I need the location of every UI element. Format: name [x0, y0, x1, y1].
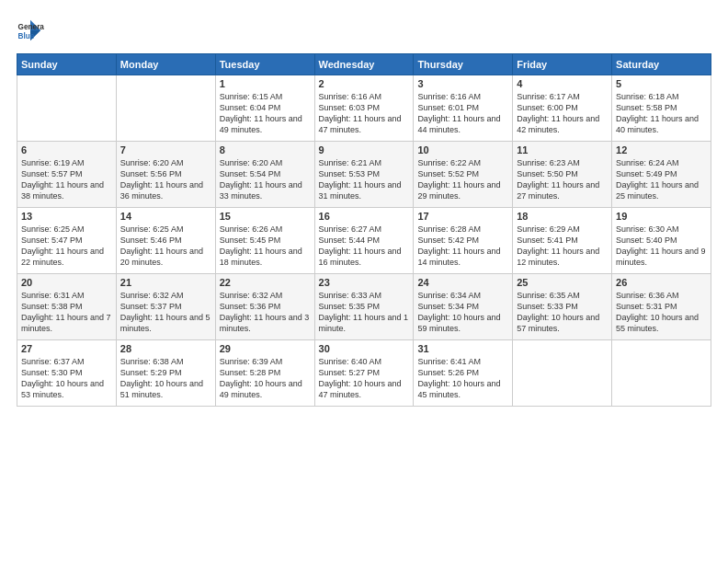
calendar-table: SundayMondayTuesdayWednesdayThursdayFrid… [17, 53, 711, 407]
day-number: 13 [21, 211, 112, 222]
calendar-cell: 14Sunrise: 6:25 AMSunset: 5:46 PMDayligh… [116, 208, 215, 274]
calendar-cell: 25Sunrise: 6:35 AMSunset: 5:33 PMDayligh… [513, 274, 612, 340]
day-info: Sunrise: 6:20 AMSunset: 5:56 PMDaylight:… [120, 157, 211, 202]
day-info: Sunrise: 6:32 AMSunset: 5:37 PMDaylight:… [120, 290, 211, 335]
svg-text:General: General [18, 23, 45, 31]
calendar-cell: 28Sunrise: 6:38 AMSunset: 5:29 PMDayligh… [116, 340, 215, 407]
calendar-cell: 20Sunrise: 6:31 AMSunset: 5:38 PMDayligh… [17, 274, 117, 340]
day-number: 16 [319, 211, 410, 222]
day-number: 25 [517, 277, 608, 288]
calendar-cell: 4Sunrise: 6:17 AMSunset: 6:00 PMDaylight… [513, 75, 612, 142]
day-info: Sunrise: 6:27 AMSunset: 5:44 PMDaylight:… [319, 224, 410, 269]
day-info: Sunrise: 6:18 AMSunset: 5:58 PMDaylight:… [616, 91, 707, 136]
day-info: Sunrise: 6:33 AMSunset: 5:35 PMDaylight:… [319, 290, 410, 335]
page: General Blue SundayMondayTuesdayWednesda… [0, 0, 728, 563]
day-info: Sunrise: 6:31 AMSunset: 5:38 PMDaylight:… [21, 290, 112, 335]
calendar-cell: 18Sunrise: 6:29 AMSunset: 5:41 PMDayligh… [513, 208, 612, 274]
day-number: 7 [120, 144, 211, 155]
calendar-cell: 10Sunrise: 6:22 AMSunset: 5:52 PMDayligh… [414, 142, 513, 208]
calendar-week-row: 27Sunrise: 6:37 AMSunset: 5:30 PMDayligh… [17, 340, 711, 407]
day-info: Sunrise: 6:24 AMSunset: 5:49 PMDaylight:… [616, 157, 707, 202]
calendar-cell: 31Sunrise: 6:41 AMSunset: 5:26 PMDayligh… [414, 340, 513, 407]
day-number: 18 [517, 211, 608, 222]
header: General Blue [17, 17, 711, 44]
calendar-week-row: 13Sunrise: 6:25 AMSunset: 5:47 PMDayligh… [17, 208, 711, 274]
header-row: SundayMondayTuesdayWednesdayThursdayFrid… [17, 54, 711, 75]
day-info: Sunrise: 6:36 AMSunset: 5:31 PMDaylight:… [616, 290, 707, 335]
day-number: 6 [21, 144, 112, 155]
weekday-header: Friday [513, 54, 612, 75]
day-number: 5 [616, 78, 707, 89]
calendar-cell [612, 340, 711, 407]
day-number: 11 [517, 144, 608, 155]
calendar-cell: 11Sunrise: 6:23 AMSunset: 5:50 PMDayligh… [513, 142, 612, 208]
weekday-header: Saturday [612, 54, 711, 75]
day-info: Sunrise: 6:19 AMSunset: 5:57 PMDaylight:… [21, 157, 112, 202]
weekday-header: Sunday [17, 54, 117, 75]
day-number: 4 [517, 78, 608, 89]
svg-text:Blue: Blue [18, 32, 35, 40]
day-number: 23 [319, 277, 410, 288]
day-number: 24 [417, 277, 508, 288]
calendar-cell: 15Sunrise: 6:26 AMSunset: 5:45 PMDayligh… [215, 208, 314, 274]
day-info: Sunrise: 6:37 AMSunset: 5:30 PMDaylight:… [21, 356, 112, 401]
day-number: 30 [319, 343, 410, 354]
weekday-header: Wednesday [314, 54, 414, 75]
calendar-cell: 21Sunrise: 6:32 AMSunset: 5:37 PMDayligh… [116, 274, 215, 340]
day-info: Sunrise: 6:40 AMSunset: 5:27 PMDaylight:… [319, 356, 410, 401]
day-number: 10 [417, 144, 508, 155]
day-info: Sunrise: 6:16 AMSunset: 6:03 PMDaylight:… [319, 91, 410, 136]
weekday-header: Tuesday [215, 54, 314, 75]
calendar-cell: 1Sunrise: 6:15 AMSunset: 6:04 PMDaylight… [215, 75, 314, 142]
calendar-cell: 22Sunrise: 6:32 AMSunset: 5:36 PMDayligh… [215, 274, 314, 340]
calendar-cell: 3Sunrise: 6:16 AMSunset: 6:01 PMDaylight… [414, 75, 513, 142]
day-info: Sunrise: 6:17 AMSunset: 6:00 PMDaylight:… [517, 91, 608, 136]
day-number: 3 [417, 78, 508, 89]
day-number: 28 [120, 343, 211, 354]
day-number: 20 [21, 277, 112, 288]
calendar-cell: 29Sunrise: 6:39 AMSunset: 5:28 PMDayligh… [215, 340, 314, 407]
day-info: Sunrise: 6:16 AMSunset: 6:01 PMDaylight:… [417, 91, 508, 136]
day-info: Sunrise: 6:39 AMSunset: 5:28 PMDaylight:… [220, 356, 311, 401]
day-info: Sunrise: 6:20 AMSunset: 5:54 PMDaylight:… [220, 157, 311, 202]
calendar-cell: 24Sunrise: 6:34 AMSunset: 5:34 PMDayligh… [414, 274, 513, 340]
calendar-cell: 5Sunrise: 6:18 AMSunset: 5:58 PMDaylight… [612, 75, 711, 142]
day-info: Sunrise: 6:30 AMSunset: 5:40 PMDaylight:… [616, 224, 707, 269]
calendar-cell: 8Sunrise: 6:20 AMSunset: 5:54 PMDaylight… [215, 142, 314, 208]
day-number: 21 [120, 277, 211, 288]
day-number: 17 [417, 211, 508, 222]
day-info: Sunrise: 6:23 AMSunset: 5:50 PMDaylight:… [517, 157, 608, 202]
day-info: Sunrise: 6:38 AMSunset: 5:29 PMDaylight:… [120, 356, 211, 401]
calendar-cell: 30Sunrise: 6:40 AMSunset: 5:27 PMDayligh… [314, 340, 414, 407]
day-number: 19 [616, 211, 707, 222]
calendar-cell: 6Sunrise: 6:19 AMSunset: 5:57 PMDaylight… [17, 142, 117, 208]
day-number: 15 [220, 211, 311, 222]
calendar-cell [116, 75, 215, 142]
day-info: Sunrise: 6:34 AMSunset: 5:34 PMDaylight:… [417, 290, 508, 335]
calendar-week-row: 1Sunrise: 6:15 AMSunset: 6:04 PMDaylight… [17, 75, 711, 142]
day-info: Sunrise: 6:41 AMSunset: 5:26 PMDaylight:… [417, 356, 508, 401]
day-number: 14 [120, 211, 211, 222]
weekday-header: Thursday [414, 54, 513, 75]
calendar-week-row: 6Sunrise: 6:19 AMSunset: 5:57 PMDaylight… [17, 142, 711, 208]
day-info: Sunrise: 6:28 AMSunset: 5:42 PMDaylight:… [417, 224, 508, 269]
day-info: Sunrise: 6:25 AMSunset: 5:46 PMDaylight:… [120, 224, 211, 269]
logo-icon: General Blue [17, 17, 44, 44]
logo: General Blue [17, 17, 44, 44]
calendar-cell [513, 340, 612, 407]
day-number: 31 [417, 343, 508, 354]
day-info: Sunrise: 6:22 AMSunset: 5:52 PMDaylight:… [417, 157, 508, 202]
day-info: Sunrise: 6:29 AMSunset: 5:41 PMDaylight:… [517, 224, 608, 269]
calendar-cell: 7Sunrise: 6:20 AMSunset: 5:56 PMDaylight… [116, 142, 215, 208]
day-number: 1 [220, 78, 311, 89]
calendar-week-row: 20Sunrise: 6:31 AMSunset: 5:38 PMDayligh… [17, 274, 711, 340]
day-number: 22 [220, 277, 311, 288]
calendar-cell: 19Sunrise: 6:30 AMSunset: 5:40 PMDayligh… [612, 208, 711, 274]
calendar-cell: 2Sunrise: 6:16 AMSunset: 6:03 PMDaylight… [314, 75, 414, 142]
calendar-cell: 9Sunrise: 6:21 AMSunset: 5:53 PMDaylight… [314, 142, 414, 208]
calendar-cell: 16Sunrise: 6:27 AMSunset: 5:44 PMDayligh… [314, 208, 414, 274]
calendar-cell: 17Sunrise: 6:28 AMSunset: 5:42 PMDayligh… [414, 208, 513, 274]
day-info: Sunrise: 6:26 AMSunset: 5:45 PMDaylight:… [220, 224, 311, 269]
weekday-header: Monday [116, 54, 215, 75]
day-number: 29 [220, 343, 311, 354]
